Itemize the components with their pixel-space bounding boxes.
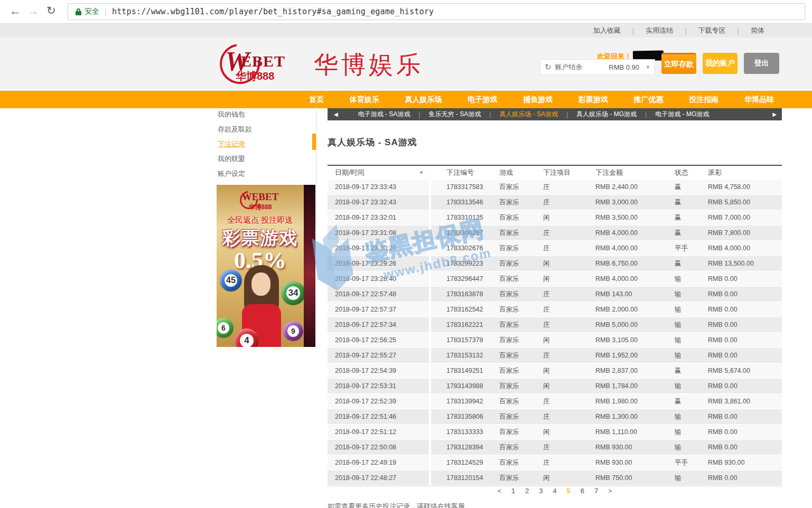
- promo-banner[interactable]: WEBET 华博888 全民返点 投注即送 彩票游戏 0.5% 45 34: [217, 185, 315, 347]
- cell-bet-amount: RMB 3,105.00: [595, 336, 675, 344]
- tabs-scroll-left-icon[interactable]: ◀: [334, 111, 338, 117]
- previous-page-icon[interactable]: <: [498, 487, 501, 495]
- sort-descending-icon[interactable]: ▼: [419, 170, 424, 175]
- cell-status: 赢: [675, 198, 708, 207]
- cell-date: 2018-09-17 22:56:25: [328, 333, 429, 347]
- page-number[interactable]: 2: [525, 487, 529, 495]
- cell-status: 赢: [675, 183, 708, 192]
- url-separator: |: [105, 7, 107, 16]
- main-nav-item[interactable]: 体育娱乐: [350, 95, 379, 105]
- column-bet-amount[interactable]: 下注金额: [595, 168, 675, 177]
- sidebar-item[interactable]: 下注记录: [218, 137, 316, 152]
- table-bottom-border: [328, 486, 782, 486]
- page-number[interactable]: 5: [567, 487, 571, 495]
- betting-history-page: ← → ↻ 安全 | https://www.wbg1101.com/playe…: [0, 0, 812, 508]
- cell-payout: RMB 3,861.00: [708, 398, 782, 405]
- deposit-button[interactable]: 立即存款: [661, 53, 696, 74]
- cell-payout: RMB 0.00: [708, 306, 782, 313]
- game-tab[interactable]: 电子游戏 - SA游戏 |: [350, 110, 421, 119]
- url-text[interactable]: https://www.wbg1101.com/player/bet_histo…: [112, 7, 434, 16]
- refresh-balance-icon[interactable]: ↻: [545, 62, 552, 72]
- main-nav-item[interactable]: 捕鱼游戏: [523, 95, 553, 105]
- page-number[interactable]: 3: [539, 487, 543, 495]
- banner-next-slide: [304, 185, 315, 347]
- sidebar-item[interactable]: 账户设定: [218, 166, 316, 181]
- main-nav-item[interactable]: 首页: [309, 95, 324, 105]
- main-nav-item[interactable]: 彩票游戏: [578, 95, 608, 105]
- column-game[interactable]: 游戏: [499, 168, 543, 177]
- table-row: 2018-09-17 22:50:08 1783128394 百家乐 庄 RMB…: [328, 440, 782, 455]
- sidebar-item[interactable]: 我的联盟: [218, 152, 316, 166]
- cell-status: 输: [675, 351, 708, 360]
- column-date[interactable]: 日期/时间: [335, 168, 365, 177]
- cell-bet-id: 1783149251: [446, 367, 499, 374]
- cell-bet-id: 1783133333: [446, 428, 499, 436]
- my-account-button[interactable]: 我的账户: [703, 53, 738, 74]
- cell-game: 百家乐: [499, 213, 543, 222]
- cell-date: 2018-09-17 23:29:26: [328, 256, 429, 271]
- game-tab-strip: ◀ 电子游戏 - SA游戏 | 鱼乐无穷 - SA游戏 | 真人娱乐场 - SA…: [328, 108, 782, 120]
- cell-bet-id: 1783313546: [446, 199, 499, 206]
- table-row: 2018-09-17 23:30:20 1783302676 百家乐 庄 RMB…: [328, 241, 782, 256]
- column-payout[interactable]: 派彩: [708, 168, 782, 177]
- site-logo[interactable]: W EBET 华博888 华博娱乐: [218, 41, 424, 86]
- main-nav-item[interactable]: 真人娱乐场: [405, 95, 442, 105]
- main-nav-item[interactable]: 推广优惠: [634, 95, 664, 105]
- utility-link[interactable]: 简体: [739, 26, 776, 35]
- browser-reload-icon[interactable]: ↻: [46, 4, 56, 17]
- utility-link[interactable]: 加入收藏: [582, 26, 632, 35]
- cell-payout: RMB 7,000.00: [708, 214, 782, 221]
- main-nav-item[interactable]: 投注指南: [689, 95, 718, 105]
- column-status[interactable]: 状态: [675, 168, 708, 177]
- cell-payout: RMB 0.00: [708, 336, 782, 344]
- main-nav-item[interactable]: 华博品味: [744, 95, 774, 105]
- webet-logo-icon: W EBET 华博888: [218, 41, 280, 86]
- page-number[interactable]: 1: [511, 487, 515, 495]
- cell-game: 百家乐: [499, 183, 543, 192]
- browser-back-icon[interactable]: ←: [10, 4, 21, 18]
- cell-status: 输: [675, 382, 708, 391]
- sidebar-item[interactable]: 存款及取款: [218, 122, 316, 137]
- utility-links-bar: 加入收藏 | 实用连结 | 下载专区 | 简体 |: [0, 24, 812, 37]
- bet-history-table: 日期/时间 ▼ 下注编号 游戏 下注项目 下注金额 状态 派彩 2018-09-…: [328, 165, 782, 486]
- cell-game: 百家乐: [499, 458, 543, 467]
- cell-bet-item: 闲: [543, 213, 595, 222]
- lottery-ball: 6: [217, 318, 234, 338]
- cell-bet-id: 1783120154: [446, 474, 499, 482]
- cell-bet-item: 闲: [543, 336, 595, 345]
- table-row: 2018-09-17 22:48:27 1783120154 百家乐 闲 RMB…: [328, 471, 782, 485]
- cell-payout: RMB 0.00: [708, 444, 782, 451]
- utility-link[interactable]: 下载专区: [687, 26, 738, 35]
- chevron-down-icon[interactable]: ▼: [646, 64, 650, 70]
- cell-bet-item: 闲: [543, 428, 595, 437]
- page-number[interactable]: 4: [553, 487, 556, 495]
- cell-payout: RMB 0.00: [708, 382, 782, 390]
- cell-bet-item: 闲: [543, 275, 595, 284]
- logout-button[interactable]: 登出: [744, 53, 779, 74]
- game-tab[interactable]: 真人娱乐场 - MG游戏 |: [568, 110, 647, 119]
- balance-widget[interactable]: ↻ 账户结余 RMB 0.90 ▼: [540, 59, 655, 75]
- browser-forward-icon[interactable]: →: [27, 4, 39, 18]
- tabs-scroll-right-icon[interactable]: ▶: [772, 111, 777, 117]
- cell-game: 百家乐: [499, 428, 543, 437]
- cell-bet-amount: RMB 1,952.00: [595, 352, 675, 359]
- cell-game: 百家乐: [499, 275, 543, 284]
- next-page-icon[interactable]: >: [608, 487, 612, 495]
- main-nav-item[interactable]: 电子游戏: [468, 95, 497, 105]
- page-number[interactable]: 7: [594, 487, 598, 495]
- sidebar-item[interactable]: 我的钱包: [218, 107, 316, 122]
- cell-date: 2018-09-17 22:54:39: [328, 363, 429, 378]
- cell-payout: RMB 0.00: [708, 275, 782, 283]
- cell-bet-item: 闲: [543, 366, 595, 375]
- game-tab[interactable]: 电子游戏 - MG游戏 |: [647, 110, 717, 119]
- page-number[interactable]: 6: [581, 487, 584, 495]
- column-bet-id[interactable]: 下注编号: [446, 168, 499, 177]
- utility-link[interactable]: 实用连结: [634, 26, 685, 35]
- column-bet-item[interactable]: 下注项目: [543, 168, 595, 177]
- address-bar[interactable]: 安全 | https://www.wbg1101.com/player/bet_…: [68, 3, 805, 20]
- cell-payout: RMB 930.00: [708, 459, 782, 466]
- game-tab[interactable]: 真人娱乐场 - SA游戏 |: [491, 110, 568, 119]
- game-tab[interactable]: 鱼乐无穷 - SA游戏 |: [421, 110, 491, 119]
- table-row: 2018-09-17 22:55:27 1783153132 百家乐 庄 RMB…: [328, 348, 782, 363]
- footer-note: 如需查看更多历史投注记录，请联络在线客服。: [328, 502, 472, 508]
